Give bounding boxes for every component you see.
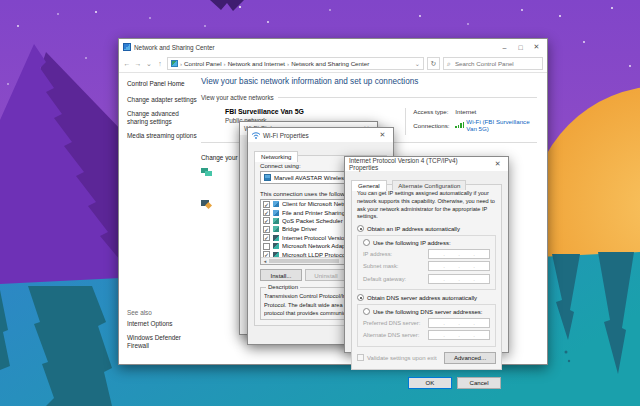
preferred-dns-label: Preferred DNS server: (363, 320, 420, 326)
alternate-dns-label: Alternate DNS server: (363, 332, 419, 338)
ipv4-protocol-icon (273, 235, 279, 241)
breadcrumb-network-sharing-center[interactable]: Network and Sharing Center (291, 60, 369, 67)
ip-fields-group: Use the following IP address: IP address… (357, 235, 496, 291)
network-name: FBI Surveillance Van 5G (225, 108, 405, 115)
setup-connection-icon[interactable] (201, 168, 212, 178)
address-dropdown-icon[interactable]: ⌄ (415, 60, 420, 67)
ok-button[interactable]: OK (408, 377, 452, 389)
troubleshoot-icon[interactable] (201, 199, 212, 209)
sidebar-item-change-advanced-sharing[interactable]: Change advanced sharing settings (127, 110, 197, 126)
network-adapter-icon (264, 174, 271, 181)
radio-label: Obtain DNS server address automatically (367, 295, 477, 301)
window-title: Network and Sharing Center (134, 44, 215, 51)
checkbox[interactable]: ✓ (263, 209, 270, 216)
nav-dropdown-icon[interactable]: ⌄ (145, 60, 153, 68)
ip-address-input[interactable]: . . . (428, 249, 490, 259)
breadcrumb-separator: › (180, 60, 182, 67)
title-bar[interactable]: Internet Protocol Version 4 (TCP/IPv4) P… (345, 157, 508, 171)
default-gateway-input[interactable]: . . . (428, 274, 490, 284)
close-button[interactable]: ✕ (376, 131, 389, 139)
access-type-label: Access type: (413, 108, 455, 115)
sidebar-item-windows-defender-firewall[interactable]: Windows Defender Firewall (127, 334, 197, 350)
preferred-dns-input[interactable]: . . . (428, 318, 490, 328)
checkbox[interactable]: ✓ (263, 234, 270, 241)
alternate-dns-input[interactable]: . . . (428, 330, 490, 340)
radio-icon[interactable] (357, 225, 364, 232)
obtain-dns-radio[interactable]: Obtain DNS server address automatically (357, 294, 496, 301)
connections-label: Connections: (413, 122, 455, 129)
checkbox[interactable] (263, 243, 270, 250)
default-gateway-label: Default gateway: (363, 276, 406, 282)
checkbox[interactable]: ✓ (263, 226, 270, 233)
sidebar-item-internet-options[interactable]: Internet Options (127, 320, 197, 328)
radio-label: Use the following DNS server addresses: (373, 309, 482, 315)
window-title: Internet Protocol Version 4 (TCP/IPv4) P… (349, 157, 485, 171)
breadcrumb[interactable]: › Control Panel › Network and Internet ›… (167, 57, 424, 70)
network-sharing-app-icon (123, 43, 131, 51)
maximize-button[interactable]: □ (514, 44, 527, 51)
refresh-icon[interactable]: ↻ (427, 57, 440, 70)
uninstall-button: Uninstall (305, 269, 347, 281)
minimize-button[interactable]: – (498, 44, 511, 51)
title-bar[interactable]: Network and Sharing Center – □ ✕ (119, 39, 547, 55)
divider (278, 97, 537, 98)
ip-address-label: IP address: (363, 251, 392, 257)
forward-icon[interactable]: → (134, 60, 142, 67)
scroll-left-icon[interactable]: ◂ (261, 258, 269, 264)
search-box[interactable]: ⌕ (443, 57, 543, 70)
sidebar-item-control-panel-home[interactable]: Control Panel Home (127, 80, 197, 87)
divider (405, 108, 406, 135)
search-input[interactable] (453, 59, 539, 68)
qos-scheduler-icon (273, 218, 279, 224)
tab-general[interactable]: General (351, 180, 387, 191)
breadcrumb-separator: › (224, 60, 226, 67)
checkbox[interactable]: ✓ (263, 201, 270, 208)
intro-text: You can get IP settings assigned automat… (357, 190, 496, 221)
client-service-icon (273, 201, 279, 207)
wifi-connection-link[interactable]: Wi-Fi (FBI Surveillance Van 5G) (466, 118, 537, 132)
file-printer-sharing-icon (273, 210, 279, 216)
install-button[interactable]: Install... (260, 269, 302, 281)
use-dns-radio[interactable]: Use the following DNS server addresses: (363, 308, 490, 315)
close-button[interactable]: ✕ (491, 160, 504, 168)
active-networks-label: View your active networks (201, 94, 274, 101)
back-icon[interactable]: ← (123, 60, 131, 67)
close-button[interactable]: ✕ (530, 43, 543, 51)
subnet-mask-label: Subnet mask: (363, 263, 398, 269)
item-label: Bridge Driver (282, 226, 317, 232)
access-type-value: Internet (455, 108, 476, 115)
tab-alternate-configuration[interactable]: Alternate Configuration (392, 180, 466, 190)
sidebar-item-change-adapter-settings[interactable]: Change adapter settings (127, 96, 197, 104)
title-bar[interactable]: Wi-Fi Properties ✕ (248, 128, 393, 142)
ipv4-properties-dialog: Internet Protocol Version 4 (TCP/IPv4) P… (344, 156, 509, 353)
address-bar: ← → ⌄ ↑ › Control Panel › Network and In… (119, 55, 547, 73)
radio-icon[interactable] (357, 294, 364, 301)
validate-settings-checkbox: Validate settings upon exit (357, 354, 437, 361)
wifi-signal-icon (455, 122, 464, 129)
page-title: View your basic network information and … (201, 77, 537, 86)
wifi-icon (252, 132, 260, 139)
scrollbar-thumb[interactable] (269, 259, 339, 263)
breadcrumb-network-and-internet[interactable]: Network and Internet (228, 60, 285, 67)
dns-fields-group: Use the following DNS server addresses: … (357, 304, 496, 347)
multiplexor-protocol-icon (273, 243, 279, 249)
breadcrumb-control-panel[interactable]: Control Panel (184, 60, 222, 67)
search-icon: ⌕ (447, 60, 451, 68)
sidebar-item-media-streaming[interactable]: Media streaming options (127, 132, 197, 140)
radio-icon[interactable] (363, 308, 370, 315)
radio-icon[interactable] (363, 239, 370, 246)
description-label: Description (266, 284, 300, 290)
subnet-mask-input[interactable]: . . . (428, 261, 490, 271)
checkbox[interactable]: ✓ (263, 217, 270, 224)
see-also-heading: See also (127, 309, 197, 316)
cancel-button[interactable]: Cancel (457, 377, 501, 389)
up-icon[interactable]: ↑ (156, 60, 164, 67)
obtain-ip-radio[interactable]: Obtain an IP address automatically (357, 225, 496, 232)
radio-label: Obtain an IP address automatically (367, 226, 460, 232)
control-panel-icon (171, 60, 178, 67)
tab-networking[interactable]: Networking (254, 151, 298, 162)
use-ip-radio[interactable]: Use the following IP address: (363, 239, 490, 246)
bridge-driver-icon (273, 226, 279, 232)
advanced-button[interactable]: Advanced... (444, 352, 496, 364)
item-label: QoS Packet Scheduler (282, 218, 343, 224)
